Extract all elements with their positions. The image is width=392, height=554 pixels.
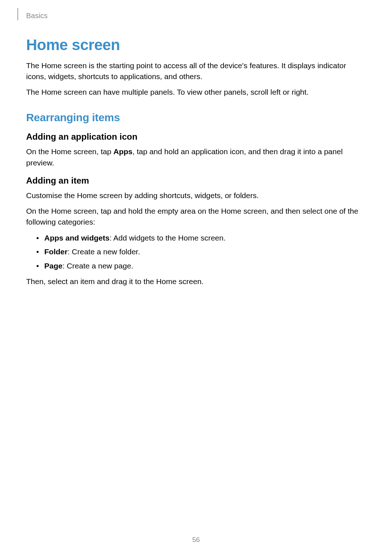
subheading-adding-item: Adding an item (26, 176, 366, 186)
header-section-label: Basics (26, 12, 48, 20)
bullet-rest: : Create a new page. (62, 262, 133, 270)
intro-paragraph-1: The Home screen is the starting point to… (26, 60, 366, 82)
adding-item-p1: Customise the Home screen by adding shor… (26, 190, 366, 201)
bullet-bold: Page (44, 262, 62, 270)
list-item: Page: Create a new page. (36, 260, 366, 272)
bullet-rest: : Create a new folder. (68, 247, 140, 256)
text-pre: On the Home screen, tap (26, 147, 113, 156)
list-item: Folder: Create a new folder. (36, 246, 366, 258)
bullet-bold: Apps and widgets (44, 234, 110, 242)
adding-item-p2: On the Home screen, tap and hold the emp… (26, 206, 366, 228)
text-bold-apps: Apps (113, 147, 132, 156)
subheading-adding-app-icon: Adding an application icon (26, 132, 366, 142)
page-number: 56 (0, 536, 392, 544)
list-item: Apps and widgets: Add widgets to the Hom… (36, 232, 366, 244)
intro-paragraph-2: The Home screen can have multiple panels… (26, 87, 366, 98)
bullet-list: Apps and widgets: Add widgets to the Hom… (26, 232, 366, 272)
bullet-bold: Folder (44, 247, 68, 256)
header-divider (17, 8, 18, 20)
page-content: Home screen The Home screen is the start… (26, 36, 366, 292)
bullet-rest: : Add widgets to the Home screen. (110, 234, 226, 242)
subheading-rearranging: Rearranging items (26, 111, 366, 124)
adding-item-p3: Then, select an item and drag it to the … (26, 276, 366, 287)
page-title: Home screen (26, 36, 366, 54)
adding-app-icon-paragraph: On the Home screen, tap Apps, tap and ho… (26, 146, 366, 168)
